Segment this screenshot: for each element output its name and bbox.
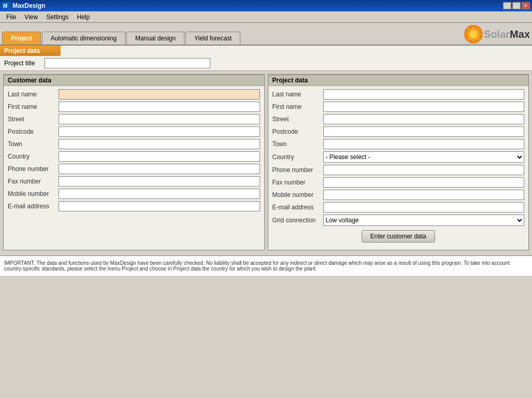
project-lastname-label: Last name xyxy=(272,91,319,98)
project-phone-label: Phone number xyxy=(272,166,319,174)
project-email-input[interactable] xyxy=(323,202,525,212)
customer-data-panel: Customer data Last name First name Stree… xyxy=(3,74,265,250)
project-email-label: E-mail address xyxy=(272,204,319,211)
project-town-input[interactable] xyxy=(323,139,525,149)
project-form: Last name First name Street Postcode Tow… xyxy=(268,86,529,250)
customer-email-row: E-mail address xyxy=(8,201,260,211)
project-country-row: Country - Please select - Germany Austri… xyxy=(272,151,525,163)
project-postcode-label: Postcode xyxy=(272,128,319,135)
menu-settings[interactable]: Settings xyxy=(42,12,73,22)
project-postcode-row: Postcode xyxy=(272,126,525,137)
project-title-row: Project title xyxy=(0,56,532,70)
customer-mobile-row: Mobile number xyxy=(8,189,260,199)
logo: SolarMax xyxy=(464,25,530,45)
customer-town-input[interactable] xyxy=(59,139,260,149)
customer-phone-row: Phone number xyxy=(8,164,260,174)
svg-line-10 xyxy=(478,28,480,30)
menu-view[interactable]: View xyxy=(20,12,42,22)
project-lastname-input[interactable] xyxy=(323,89,525,100)
project-grid-row: Grid connection Low voltage Medium volta… xyxy=(272,215,525,226)
project-postcode-input[interactable] xyxy=(323,126,525,137)
customer-form: Last name First name Street Postcode Tow… xyxy=(4,86,264,217)
customer-phone-label: Phone number xyxy=(8,165,54,173)
project-fax-label: Fax number xyxy=(272,179,319,186)
footer-text: IMPORTANT: The data and functions used b… xyxy=(4,260,510,272)
customer-mobile-input[interactable] xyxy=(59,189,260,199)
customer-firstname-label: First name xyxy=(8,103,54,110)
project-firstname-input[interactable] xyxy=(323,102,525,112)
customer-fax-label: Fax number xyxy=(8,178,54,185)
project-mobile-input[interactable] xyxy=(323,190,525,200)
project-firstname-label: First name xyxy=(272,103,319,110)
tab-project[interactable]: Project xyxy=(2,32,41,45)
svg-text:M: M xyxy=(3,3,7,9)
project-data-header: Project data xyxy=(0,46,61,56)
customer-lastname-row: Last name xyxy=(8,89,260,100)
project-lastname-row: Last name xyxy=(272,89,525,100)
svg-line-9 xyxy=(478,39,480,40)
customer-email-input[interactable] xyxy=(59,201,260,211)
maximize-button[interactable]: □ xyxy=(512,2,521,9)
tab-manual-design[interactable]: Manual design xyxy=(126,32,184,45)
enter-customer-data-button[interactable]: Enter customer data xyxy=(362,230,435,243)
logo-sun-icon xyxy=(464,25,483,44)
project-country-select[interactable]: - Please select - Germany Austria Switze… xyxy=(323,151,525,163)
project-mobile-row: Mobile number xyxy=(272,190,525,200)
customer-country-label: Country xyxy=(8,153,54,160)
project-data-section-header: Project data xyxy=(268,75,529,86)
customer-lastname-input[interactable] xyxy=(59,89,260,100)
close-button[interactable]: ✕ xyxy=(522,2,530,9)
customer-town-label: Town xyxy=(8,140,54,148)
project-country-label: Country xyxy=(272,153,319,161)
project-title-section: Project data Project title xyxy=(0,46,532,71)
title-bar-text: MaxDesign xyxy=(12,2,503,9)
customer-phone-input[interactable] xyxy=(59,164,260,174)
project-title-input[interactable] xyxy=(45,58,210,68)
title-bar: M MaxDesign − □ ✕ xyxy=(0,0,532,11)
project-fax-row: Fax number xyxy=(272,177,525,188)
customer-email-label: E-mail address xyxy=(8,203,54,210)
tab-automatic-dimensioning[interactable]: Automatic dimensioning xyxy=(42,32,125,45)
project-grid-select[interactable]: Low voltage Medium voltage High voltage xyxy=(323,215,525,226)
customer-firstname-row: First name xyxy=(8,102,260,112)
customer-street-row: Street xyxy=(8,114,260,124)
project-town-row: Town xyxy=(272,139,525,149)
tab-yield-forecast[interactable]: Yield forecast xyxy=(185,32,240,45)
tab-bar: Project Automatic dimensioning Manual de… xyxy=(0,23,532,46)
customer-fax-input[interactable] xyxy=(59,176,260,187)
project-phone-row: Phone number xyxy=(272,165,525,175)
project-street-label: Street xyxy=(272,116,319,123)
project-title-label: Project title xyxy=(4,60,40,67)
customer-country-row: Country xyxy=(8,151,260,162)
customer-street-input[interactable] xyxy=(59,114,260,124)
menu-help[interactable]: Help xyxy=(73,12,94,22)
project-firstname-row: First name xyxy=(272,102,525,112)
project-mobile-label: Mobile number xyxy=(272,191,319,198)
project-grid-label: Grid connection xyxy=(272,217,319,224)
customer-town-row: Town xyxy=(8,139,260,149)
project-street-input[interactable] xyxy=(323,114,525,124)
minimize-button[interactable]: − xyxy=(503,2,511,9)
customer-mobile-label: Mobile number xyxy=(8,190,54,197)
svg-point-3 xyxy=(469,30,478,38)
project-data-panel: Project data Last name First name Street… xyxy=(268,74,529,250)
project-phone-input[interactable] xyxy=(323,165,525,175)
customer-firstname-input[interactable] xyxy=(59,102,260,112)
logo-solar-text: Solar xyxy=(484,29,510,40)
customer-country-input[interactable] xyxy=(59,151,260,162)
project-fax-input[interactable] xyxy=(323,177,525,188)
customer-postcode-input[interactable] xyxy=(59,126,260,137)
customer-lastname-label: Last name xyxy=(8,91,54,98)
menu-bar: File View Settings Help xyxy=(0,11,532,23)
menu-file[interactable]: File xyxy=(2,12,20,22)
title-bar-buttons: − □ ✕ xyxy=(503,2,530,9)
project-town-label: Town xyxy=(272,140,319,148)
main-content: Customer data Last name First name Stree… xyxy=(0,71,532,253)
svg-line-8 xyxy=(467,28,469,30)
customer-fax-row: Fax number xyxy=(8,176,260,187)
logo-max-text: Max xyxy=(510,29,530,40)
customer-postcode-row: Postcode xyxy=(8,126,260,137)
footer: IMPORTANT: The data and functions used b… xyxy=(0,255,532,276)
customer-data-header: Customer data xyxy=(4,75,264,86)
app-icon: M xyxy=(2,2,10,10)
